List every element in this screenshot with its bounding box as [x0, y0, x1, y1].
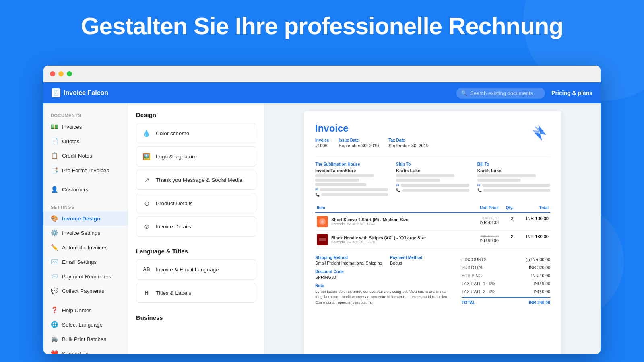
documents-section-label: DOCUMENTS — [43, 110, 128, 119]
svg-rect-3 — [319, 237, 326, 238]
ship-pay-row: Shipping Method Small Freight Internatio… — [315, 255, 454, 265]
bulk-print-icon: 🖨️ — [51, 335, 58, 343]
col-qty: Qty. — [500, 203, 515, 213]
shipping-label: Shipping Method — [315, 255, 382, 260]
logo-icon: 🧾 — [52, 88, 60, 97]
discounts-row: DISCOUNTS (-) INR 30.00 — [462, 255, 550, 263]
tax-date-value: September 30, 2019 — [388, 143, 429, 148]
sidebar-label-quotes: Quotes — [62, 138, 80, 144]
sidebar-item-support[interactable]: ❤️ Support us — [43, 346, 128, 354]
phone-line — [321, 193, 388, 196]
thankyou-icon: ↗ — [142, 175, 151, 184]
product-barcode-2: Barcode: BARCODE_5678 — [331, 240, 426, 244]
sidebar-item-invoices[interactable]: 💵 Invoices — [43, 119, 128, 134]
invoice-email-language-label: Invoice & Email Language — [156, 267, 219, 273]
from-name: InvoiceFalconStore — [315, 168, 388, 173]
sidebar-item-customers[interactable]: 👤 Customers — [43, 182, 128, 197]
browser-window: 🧾 Invoice Falcon 🔍 Pricing & plans DOCUM… — [43, 66, 601, 354]
invoice-number-block: Invoice #1006 — [315, 138, 329, 148]
bill-to-name: Kartik Luke — [477, 168, 550, 173]
maximize-dot[interactable] — [67, 71, 72, 76]
sidebar-item-help-center[interactable]: ❓ Help Center — [43, 303, 128, 317]
footer-left: Shipping Method Small Freight Internatio… — [315, 255, 454, 306]
titles-labels-item[interactable]: H Titles & Labels — [136, 283, 256, 303]
product-name-1: Short Sleeve T-Shirt (M) - Medium Size — [331, 217, 408, 222]
invoice-details-item[interactable]: ⊘ Invoice Details — [136, 216, 256, 237]
sidebar-item-credit-notes[interactable]: 📋 Credit Notes — [43, 148, 128, 163]
close-dot[interactable] — [50, 71, 55, 76]
company-logo — [526, 123, 550, 144]
discounts-value: (-) INR 30.00 — [526, 257, 550, 262]
pricing-plans-button[interactable]: Pricing & plans — [551, 90, 592, 96]
product-thumb-1: e — [317, 216, 328, 227]
sidebar-item-collect-payments[interactable]: 💬 Collect Payments — [43, 284, 128, 298]
ship-email: ✉ — [396, 183, 469, 187]
sidebar-label-language: Select Language — [62, 322, 103, 328]
invoice-icon: 💵 — [51, 123, 58, 130]
issue-date-value: September 30, 2019 — [339, 143, 379, 148]
color-scheme-label: Color scheme — [156, 130, 189, 136]
from-email: ✉ — [315, 187, 388, 191]
color-scheme-item[interactable]: 💧 Color scheme — [136, 123, 256, 143]
sidebar-label-pro-forma: Pro Forma Invoices — [62, 167, 109, 173]
logo-signature-item[interactable]: 🖼️ Logo & signature — [136, 146, 256, 167]
product-name-2: Black Hoodie with Stripes (XXL) - XXLarg… — [331, 235, 426, 240]
sidebar-item-pro-forma[interactable]: 📑 Pro Forma Invoices — [43, 163, 128, 177]
design-section-title: Design — [136, 111, 256, 118]
sidebar-label-invoice-settings: Invoice Settings — [62, 230, 100, 236]
product-details-item[interactable]: ⊙ Product Details — [136, 193, 256, 213]
note-text: Lorem ipsum dolor sit amet, consectetur … — [315, 289, 454, 305]
bill-line-1 — [477, 174, 536, 177]
sidebar-item-invoice-settings[interactable]: ⚙️ Invoice Settings — [43, 226, 128, 240]
thankyou-social-item[interactable]: ↗ Thank you Message & Social Media — [136, 170, 256, 190]
item-1-qty: 3 — [500, 213, 515, 231]
sidebar-label-bulk-print: Bulk Print Batches — [62, 336, 106, 342]
sidebar-item-select-language[interactable]: 🌐 Select Language — [43, 317, 128, 332]
payment-reminders-icon: 📨 — [51, 273, 58, 280]
nav-right: 🔍 Pricing & plans — [456, 88, 592, 99]
total-label: TOTAL — [462, 300, 475, 305]
credit-notes-icon: 📋 — [51, 152, 58, 159]
phone-icon-from: 📞 — [315, 193, 320, 197]
sidebar-item-automatic-invoices[interactable]: ✏️ Automatic Invoices — [43, 240, 128, 255]
invoice-preview: Invoice Invoice #1006 Issue Date Septemb… — [304, 111, 561, 354]
item-1-price-cell: INR 80.00 INR 43.33 — [470, 213, 500, 231]
sidebar-item-email-settings[interactable]: ✉️ Email Settings — [43, 255, 128, 269]
table-row: e Short Sleeve T-Shirt (M) - Medium Size… — [315, 213, 550, 231]
bill-line-2 — [477, 179, 521, 182]
logo-signature-label: Logo & signature — [156, 154, 197, 160]
collect-payments-icon: 💬 — [51, 287, 58, 294]
business-section-title: Business — [136, 314, 256, 321]
email-icon-ship: ✉ — [396, 183, 399, 187]
item-2-price: INR 90.00 — [471, 238, 499, 243]
sidebar-item-payment-reminders[interactable]: 📨 Payment Reminders — [43, 269, 128, 284]
discount-value: SPRING30 — [315, 275, 454, 280]
bill-email-line — [482, 184, 550, 187]
sidebar-item-invoice-design[interactable]: 🎨 Invoice Design — [43, 211, 128, 226]
subtotal-value: INR 320.00 — [529, 265, 550, 270]
logo-signature-icon: 🖼️ — [142, 152, 151, 161]
invoice-footer: Shipping Method Small Freight Internatio… — [315, 255, 550, 306]
ship-email-line — [401, 184, 469, 187]
search-input[interactable] — [456, 88, 545, 99]
invoice-title: Invoice — [315, 123, 429, 134]
sidebar-item-bulk-print[interactable]: 🖨️ Bulk Print Batches — [43, 332, 128, 346]
sidebar-item-quotes[interactable]: 📄 Quotes — [43, 134, 128, 148]
item-1-price: INR 43.33 — [471, 220, 499, 225]
minimize-dot[interactable] — [58, 71, 64, 76]
hero-title: Gestalten Sie Ihre professionelle Rechnu… — [0, 12, 644, 40]
address-line-3 — [315, 183, 366, 186]
email-line — [320, 188, 388, 191]
invoice-meta: Invoice #1006 Issue Date September 30, 2… — [315, 138, 429, 148]
help-icon: ❓ — [51, 306, 58, 314]
ship-phone-line — [402, 189, 469, 192]
item-2-total: INR 180.00 — [515, 231, 550, 249]
total-final-row: TOTAL INR 348.00 — [462, 297, 550, 306]
tax1-row: TAX RATE 1 - 9% INR 9.00 — [462, 280, 550, 288]
tax2-label: TAX RATE 2 - 9% — [462, 289, 495, 294]
item-2-price-cell: INR 100.00 INR 90.00 — [470, 231, 500, 249]
app-logo: 🧾 Invoice Falcon — [52, 88, 108, 97]
item-2-name-cell: Black Hoodie with Stripes (XXL) - XXLarg… — [315, 231, 470, 249]
from-phone: 📞 — [315, 193, 388, 197]
invoice-email-language-item[interactable]: AB Invoice & Email Language — [136, 259, 256, 280]
